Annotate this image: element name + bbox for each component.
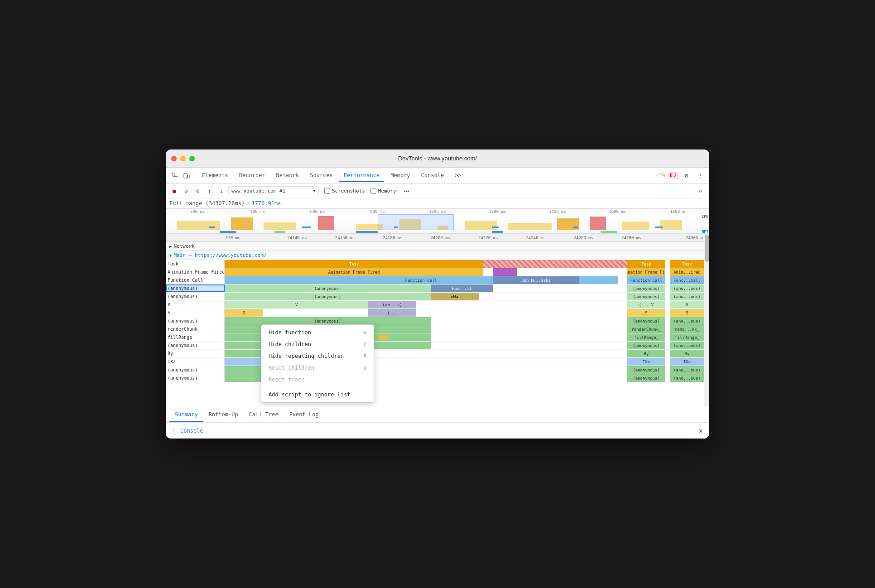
- screenshots-label: Screenshots: [332, 188, 365, 194]
- time-ruler: 120 ms 24140 ms 24160 ms 24180 ms 24200 …: [166, 234, 704, 242]
- main-collapse-icon: ▼: [169, 253, 172, 258]
- record-button[interactable]: ●: [169, 186, 179, 196]
- flame-row-ixa[interactable]: IXa IXa IXa IXa: [166, 358, 704, 366]
- hide-function-item[interactable]: Hide function H: [261, 327, 374, 338]
- extra-settings-icon[interactable]: [402, 186, 412, 196]
- settings-icon[interactable]: ⚙: [681, 170, 692, 181]
- tab-memory[interactable]: Memory: [386, 169, 414, 182]
- anim-label: Animation Frame Fired: [166, 268, 225, 276]
- reload-button[interactable]: ↺: [181, 186, 191, 196]
- task-bar-right2: Task: [670, 260, 704, 268]
- fullscreen-button[interactable]: [189, 156, 195, 161]
- tab-console[interactable]: Console: [417, 169, 449, 182]
- tab-elements[interactable]: Elements: [197, 169, 233, 182]
- device-toggle-icon[interactable]: [181, 170, 192, 181]
- screenshots-checkbox[interactable]: Screenshots: [324, 188, 365, 194]
- anon3-content: (anonymous) (anonymous) (ano...ous): [225, 317, 704, 325]
- tab-recorder[interactable]: Recorder: [235, 169, 270, 182]
- upload-button[interactable]: ↑: [205, 186, 215, 196]
- tab-more[interactable]: >>: [450, 169, 466, 182]
- traffic-lights: [171, 156, 195, 161]
- main-section-header[interactable]: ▼ Main — https://www.youtube.com/: [166, 251, 704, 260]
- add-ignore-item[interactable]: Add script to ignore list: [261, 389, 374, 400]
- svg-point-4: [404, 190, 405, 192]
- tab-network[interactable]: Network: [272, 169, 304, 182]
- flame-row-function[interactable]: Function Call Function Call Run M...asks…: [166, 276, 704, 284]
- warning-number: 29: [659, 173, 665, 178]
- flame-row-anon6[interactable]: (anonymous) (anonymous) (anonymous) (ano…: [166, 374, 704, 382]
- hide-children-shortcut: C: [363, 342, 366, 347]
- console-menu-icon[interactable]: ⋮: [169, 426, 178, 435]
- ixa-bar-right2: IXa: [670, 358, 704, 366]
- url-chevron-icon: ▾: [312, 188, 316, 194]
- render-bar-right1: renderChunk_: [627, 325, 666, 333]
- warning-icon: ⚠: [655, 173, 659, 178]
- anon2-label: (anonymous): [166, 293, 225, 300]
- ruler-120: 120 ms: [225, 236, 273, 240]
- tab-summary[interactable]: Summary: [169, 408, 203, 422]
- flame-row-animation[interactable]: Animation Frame Fired Animation Frame Fi…: [166, 268, 704, 276]
- devtools-panel: Elements Recorder Network Sources Perfor…: [166, 168, 709, 439]
- flame-row-anon1[interactable]: (anonymous) (anonymous) Fun...ll (anonym…: [166, 284, 704, 293]
- flame-row-v[interactable]: V V (an...s) (... V V: [166, 301, 704, 309]
- flame-row-by[interactable]: By By By By: [166, 350, 704, 358]
- main-label: Main — https://www.youtube.com/: [173, 252, 266, 258]
- download-button[interactable]: ↓: [216, 186, 226, 196]
- minimize-button[interactable]: [180, 156, 186, 161]
- tab-call-tree[interactable]: Call Tree: [244, 408, 284, 422]
- memory-checkbox[interactable]: Memory: [370, 188, 396, 194]
- by-bar-right2: By: [670, 350, 704, 357]
- scale-1200: 1200 ms: [467, 209, 527, 214]
- network-label: Network: [173, 243, 194, 249]
- url-selector[interactable]: www.youtube.com #1 ▾: [228, 186, 319, 196]
- ixa-bar-right1: IXa: [627, 358, 666, 366]
- flame-row-render[interactable]: renderChunk_ renderChunk_ renderChunk_ r…: [166, 325, 704, 333]
- anon4-label: (anonymous): [166, 342, 225, 349]
- anim-bar-left: Animation Frame Fired: [225, 268, 483, 276]
- capture-settings-icon[interactable]: ⚙: [696, 186, 706, 196]
- by-bar-right1: By: [627, 350, 666, 357]
- hide-repeating-item[interactable]: Hide repeating children R: [261, 350, 374, 362]
- tab-sources[interactable]: Sources: [305, 169, 337, 182]
- flame-row-fill[interactable]: fillRange_ fillRange_ fillRange_ fillRan…: [166, 333, 704, 342]
- reset-children-shortcut: U: [363, 365, 366, 371]
- memory-input[interactable]: [370, 188, 376, 194]
- clear-button[interactable]: ⊘: [193, 186, 203, 196]
- flame-row-s[interactable]: S S (... S S: [166, 309, 704, 317]
- flame-row-anon2[interactable]: (anonymous) (anonymous) mWa (anonymous) …: [166, 293, 704, 301]
- breadcrumb: Full range (34307.26ms) › 1776.91ms: [166, 198, 709, 209]
- render-bar-right2: rend...nk_: [670, 325, 704, 333]
- anon2-bar-right2: (ano...ous): [670, 293, 704, 300]
- timeline-overview[interactable]: 200 ms 400 ms 600 ms 800 ms 1000 ms 1200…: [166, 209, 709, 234]
- network-section-header[interactable]: ▶ Network: [166, 242, 704, 251]
- anon6-bar-right1: (anonymous): [627, 374, 666, 382]
- nav-bar: Elements Recorder Network Sources Perfor…: [166, 168, 709, 184]
- ruler-24160: 24160 ms: [321, 236, 369, 240]
- tab-bottom-up[interactable]: Bottom-Up: [203, 408, 244, 422]
- error-count[interactable]: E 2: [668, 172, 678, 179]
- anon1-content: (anonymous) Fun...ll (anonymous) (ano...…: [225, 284, 704, 292]
- hide-children-item[interactable]: Hide children C: [261, 338, 374, 350]
- close-button[interactable]: [171, 156, 177, 161]
- cpu-label: CPU: [702, 215, 708, 219]
- flame-row-anon5[interactable]: (anonymous) (anonymous) (anonymous) (ano…: [166, 366, 704, 374]
- v-content: V (an...s) (... V V: [225, 301, 704, 308]
- func-bar-right2: Func...Call: [670, 276, 704, 284]
- anim-bar-right2: Anim...ired: [670, 268, 704, 276]
- flame-row-anon4[interactable]: (anonymous) (anonymous) (anonymous) (ano…: [166, 342, 704, 350]
- scale-400: 400 ms: [227, 209, 287, 214]
- anon3-label: (anonymous): [166, 317, 225, 325]
- vertical-scrollbar[interactable]: [704, 234, 709, 406]
- more-icon[interactable]: ⋮: [695, 170, 706, 181]
- flame-row-anon3[interactable]: (anonymous) (anonymous) (anonymous) (ano…: [166, 317, 704, 325]
- console-close-button[interactable]: ✕: [696, 426, 706, 436]
- inspect-icon[interactable]: [169, 170, 180, 181]
- reset-trace-item: Reset trace: [261, 374, 374, 386]
- flame-row-task[interactable]: Task Task Task Task: [166, 260, 704, 268]
- warning-count[interactable]: ⚠ 29: [655, 173, 665, 178]
- tab-event-log[interactable]: Event Log: [284, 408, 324, 422]
- scrollbar-thumb[interactable]: [705, 235, 709, 262]
- screenshots-input[interactable]: [324, 188, 330, 194]
- tab-performance[interactable]: Performance: [339, 169, 384, 182]
- s-dot: (...: [368, 309, 416, 317]
